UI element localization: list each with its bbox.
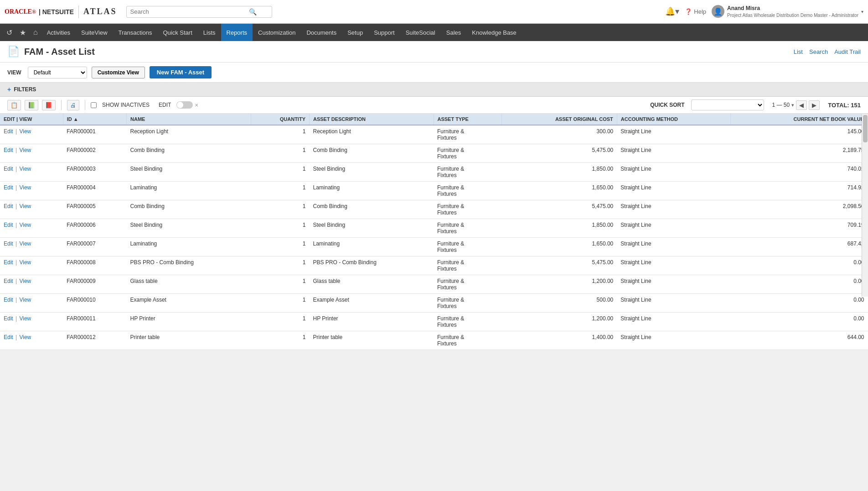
edit-link[interactable]: Edit (4, 184, 13, 191)
show-inactives-checkbox[interactable] (91, 102, 97, 108)
nav-item-transactions[interactable]: Transactions (113, 24, 158, 41)
nav-item-activities[interactable]: Activities (41, 24, 76, 41)
help-label: Help (694, 8, 706, 15)
search-link[interactable]: Search (809, 48, 828, 55)
toggle-track[interactable] (176, 101, 193, 109)
quantity-cell: 1 (251, 163, 309, 182)
id-cell: FAR000012 (63, 331, 126, 350)
view-link[interactable]: View (19, 334, 31, 340)
scrollbar-thumb[interactable] (863, 115, 868, 142)
type-cell: Furniture & Fixtures (434, 182, 502, 200)
id-cell: FAR000004 (63, 182, 126, 200)
edit-view-cell: Edit | View (0, 163, 63, 182)
description-cell: HP Printer (309, 313, 434, 331)
view-select[interactable]: Default (28, 67, 87, 78)
list-link[interactable]: List (794, 48, 803, 55)
edit-link[interactable]: Edit (4, 315, 13, 322)
next-page-button[interactable]: ▶ (809, 100, 820, 110)
scrollbar[interactable] (862, 114, 868, 297)
id-cell: FAR000006 (63, 219, 126, 238)
favorites-icon[interactable]: ★ (16, 28, 30, 37)
quick-sort-select[interactable] (691, 99, 764, 110)
nav-item-customization[interactable]: Customization (253, 24, 301, 41)
help-button[interactable]: ❓ Help (685, 8, 706, 15)
toggle-close-icon[interactable]: ✕ (195, 103, 198, 108)
user-dropdown-icon[interactable]: ▾ (861, 9, 863, 14)
nav-item-suiteview[interactable]: SuiteView (76, 24, 113, 41)
nav-item-sales[interactable]: Sales (441, 24, 467, 41)
edit-link[interactable]: Edit (4, 297, 13, 303)
edit-link[interactable]: Edit (4, 240, 13, 247)
edit-link[interactable]: Edit (4, 166, 13, 172)
view-link[interactable]: View (19, 278, 31, 284)
edit-link[interactable]: Edit (4, 128, 13, 135)
view-link[interactable]: View (19, 128, 31, 135)
nav-item-reports[interactable]: Reports (221, 24, 253, 41)
print-icon[interactable]: 🖨 (67, 100, 79, 110)
edit-link[interactable]: Edit (4, 147, 13, 153)
view-link[interactable]: View (19, 147, 31, 153)
view-link[interactable]: View (19, 222, 31, 228)
view-link[interactable]: View (19, 297, 31, 303)
description-cell: Laminating (309, 182, 434, 200)
export-text-icon[interactable]: 📋 (7, 100, 21, 110)
id-cell: FAR000010 (63, 294, 126, 313)
description-cell: Comb Binding (309, 144, 434, 163)
home-icon[interactable]: ⌂ (30, 28, 41, 37)
notifications-button[interactable]: 🔔▾ (665, 6, 679, 16)
original-cost-cell: 1,850.00 (502, 219, 617, 238)
nav-item-support[interactable]: Support (368, 24, 400, 41)
edit-link[interactable]: Edit (4, 222, 13, 228)
separator: | (16, 315, 18, 322)
export-pdf-icon[interactable]: 📕 (42, 100, 56, 110)
original-cost-cell: 1,400.00 (502, 331, 617, 350)
pagination-dropdown[interactable]: ▾ (791, 102, 794, 108)
nav-item-suitesocial[interactable]: SuiteSocial (400, 24, 441, 41)
accounting-cell: Straight Line (617, 182, 731, 200)
nav-item-documents[interactable]: Documents (301, 24, 342, 41)
description-cell: Glass table (309, 275, 434, 294)
view-link[interactable]: View (19, 166, 31, 172)
edit-link[interactable]: Edit (4, 334, 13, 340)
export-excel-icon[interactable]: 📗 (25, 100, 38, 110)
edit-toggle[interactable]: ✕ (176, 101, 198, 109)
nav-item-lists[interactable]: Lists (198, 24, 221, 41)
view-link[interactable]: View (19, 259, 31, 266)
page-actions: List Search Audit Trail (794, 48, 861, 55)
edit-link[interactable]: Edit (4, 259, 13, 266)
nav-item-knowledge-base[interactable]: Knowledge Base (466, 24, 522, 41)
separator: | (16, 128, 18, 135)
type-cell: Furniture & Fixtures (434, 163, 502, 182)
user-area[interactable]: 👤 Anand Misra Project Atlas Wholesale Di… (712, 5, 863, 19)
table-header: EDIT | VIEW ID ▲ NAME QUANTITY ASSET DES… (0, 114, 868, 125)
view-link[interactable]: View (19, 184, 31, 191)
col-id[interactable]: ID ▲ (63, 114, 126, 125)
list-controls: 📋 📗 📕 🖨 SHOW INACTIVES EDIT ✕ QUICK SORT… (0, 97, 868, 114)
col-net-book: CURRENT NET BOOK VALUE (731, 114, 868, 125)
new-fam-asset-button[interactable]: New FAM - Asset (150, 66, 212, 78)
filters-bar[interactable]: + FILTERS (0, 83, 868, 97)
table-row: Edit | View FAR000008 PBS PRO - Comb Bin… (0, 256, 868, 275)
view-link[interactable]: View (19, 240, 31, 247)
view-link[interactable]: View (19, 203, 31, 209)
prev-page-button[interactable]: ◀ (796, 100, 807, 110)
nav-item-quick-start[interactable]: Quick Start (157, 24, 197, 41)
search-icon[interactable]: 🔍 (249, 8, 257, 16)
view-link[interactable]: View (19, 315, 31, 322)
search-bar[interactable]: 🔍 (126, 6, 272, 18)
edit-link[interactable]: Edit (4, 203, 13, 209)
accounting-cell: Straight Line (617, 238, 731, 256)
edit-view-cell: Edit | View (0, 331, 63, 350)
table-row: Edit | View FAR000001 Reception Light 1 … (0, 125, 868, 144)
nav-item-setup[interactable]: Setup (342, 24, 368, 41)
audit-trail-link[interactable]: Audit Trail (834, 48, 861, 55)
history-icon[interactable]: ↺ (3, 28, 16, 37)
toggle-thumb (177, 102, 183, 108)
description-cell: PBS PRO - Comb Binding (309, 256, 434, 275)
customize-view-button[interactable]: Customize View (92, 67, 145, 78)
net-book-cell: 714.92 (731, 182, 868, 200)
type-cell: Furniture & Fixtures (434, 256, 502, 275)
logo-area: ORACLE® | NETSUITE ATLAS (5, 5, 117, 18)
search-input[interactable] (130, 8, 249, 15)
edit-link[interactable]: Edit (4, 278, 13, 284)
